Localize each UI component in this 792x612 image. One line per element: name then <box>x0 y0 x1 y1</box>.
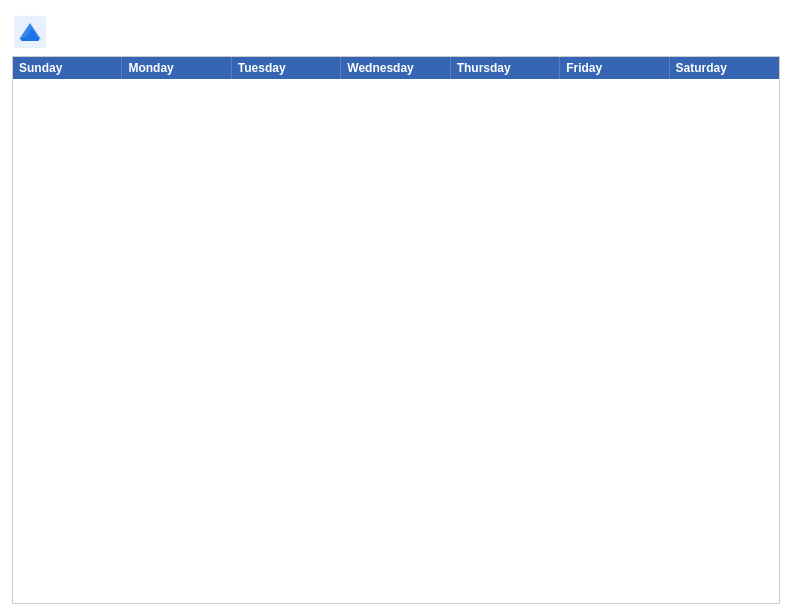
page: SundayMondayTuesdayWednesdayThursdayFrid… <box>0 0 792 612</box>
header <box>12 10 780 50</box>
day-header-saturday: Saturday <box>670 57 779 79</box>
day-header-friday: Friday <box>560 57 669 79</box>
day-header-tuesday: Tuesday <box>232 57 341 79</box>
logo <box>12 14 52 50</box>
day-header-sunday: Sunday <box>13 57 122 79</box>
calendar: SundayMondayTuesdayWednesdayThursdayFrid… <box>12 56 780 604</box>
day-headers: SundayMondayTuesdayWednesdayThursdayFrid… <box>13 57 779 79</box>
day-header-monday: Monday <box>122 57 231 79</box>
generalblue-icon <box>12 14 48 50</box>
svg-rect-3 <box>21 37 39 41</box>
day-header-thursday: Thursday <box>451 57 560 79</box>
calendar-grid <box>13 79 779 603</box>
day-header-wednesday: Wednesday <box>341 57 450 79</box>
